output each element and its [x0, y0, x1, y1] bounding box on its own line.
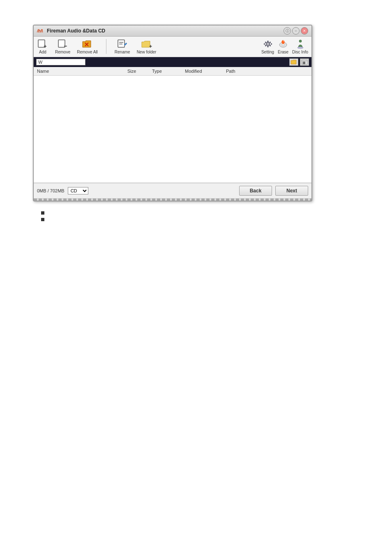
path-icon-folder[interactable] — [289, 58, 298, 66]
svg-rect-14 — [267, 46, 268, 47]
svg-rect-15 — [264, 44, 265, 45]
svg-rect-13 — [267, 41, 268, 42]
rename-button[interactable]: Rename — [115, 39, 130, 54]
storage-info: 0MB / 702MB — [37, 188, 65, 193]
window-title: Fireman Audio &Data CD — [47, 28, 105, 34]
setting-icon — [262, 39, 274, 49]
svg-point-12 — [267, 44, 268, 45]
bullet-list — [33, 210, 359, 223]
content-area: ▦ Name Size Type Modified Path — [34, 57, 311, 183]
remove-button[interactable]: − Remove — [55, 39, 70, 54]
bullet-icon — [41, 211, 44, 215]
svg-point-23 — [299, 40, 302, 42]
erase-icon — [277, 39, 289, 49]
close-button[interactable]: ✕ — [301, 27, 308, 35]
remove-all-button[interactable]: Remove All — [77, 39, 98, 54]
next-button[interactable]: Next — [275, 186, 308, 196]
window-controls: ⓘ − ✕ — [284, 27, 308, 35]
setting-button[interactable]: Setting — [261, 39, 274, 54]
svg-rect-7 — [118, 40, 125, 47]
svg-point-24 — [297, 47, 303, 49]
bottom-bar: 0MB / 702MB CD DVD Back Next — [34, 183, 311, 198]
erase-label: Erase — [278, 50, 288, 54]
svg-text:−: − — [64, 43, 67, 49]
remove-icon: − — [57, 39, 69, 49]
list-item — [41, 216, 359, 223]
remove-all-icon — [82, 39, 93, 49]
bottom-nav: Back Next — [239, 186, 308, 196]
progress-bar-fill — [34, 199, 311, 201]
title-bar: /hl\ Fireman Audio &Data CD ⓘ − ✕ — [34, 25, 311, 37]
erase-button[interactable]: Erase — [277, 39, 289, 54]
new-folder-button[interactable]: + New folder — [137, 39, 157, 54]
back-button[interactable]: Back — [239, 186, 272, 196]
svg-text:+: + — [149, 44, 152, 49]
col-header-type: Type — [150, 68, 183, 74]
disc-info-icon — [295, 39, 306, 49]
title-bar-left: /hl\ Fireman Audio &Data CD — [37, 27, 105, 35]
toolbar-right: Setting Erase — [261, 39, 308, 54]
add-icon: + — [37, 39, 48, 49]
svg-point-22 — [282, 44, 284, 46]
path-bar: ▦ — [34, 57, 311, 67]
new-folder-label: New folder — [137, 50, 157, 54]
rename-label: Rename — [115, 50, 130, 54]
disc-info-label: Disc Info — [292, 50, 308, 54]
svg-text:/hl\: /hl\ — [37, 29, 43, 33]
svg-rect-16 — [271, 44, 272, 45]
path-input[interactable] — [36, 59, 85, 65]
bullet-icon — [41, 218, 44, 221]
disc-info-button[interactable]: Disc Info — [292, 39, 308, 54]
path-icon-view[interactable]: ▦ — [300, 58, 309, 66]
file-list — [34, 76, 311, 183]
path-icons: ▦ — [289, 58, 309, 66]
file-list-header: Name Size Type Modified Path — [34, 67, 311, 76]
info-button[interactable]: ⓘ — [284, 27, 291, 35]
col-header-name: Name — [35, 68, 126, 74]
minimize-button[interactable]: − — [292, 27, 300, 35]
add-button[interactable]: + Add — [37, 39, 48, 54]
remove-label: Remove — [55, 50, 70, 54]
toolbar-sep-1 — [106, 39, 106, 54]
add-label: Add — [39, 50, 46, 54]
app-window: /hl\ Fireman Audio &Data CD ⓘ − ✕ + — [33, 25, 312, 201]
col-header-path: Path — [224, 68, 310, 74]
media-type-select[interactable]: CD DVD — [68, 187, 88, 194]
list-item — [41, 210, 359, 216]
below-content — [0, 201, 392, 231]
rename-icon — [117, 39, 128, 49]
col-header-modified: Modified — [183, 68, 224, 74]
remove-all-label: Remove All — [77, 50, 98, 54]
svg-text:+: + — [44, 43, 47, 49]
col-header-size: Size — [126, 68, 150, 74]
svg-text:▦: ▦ — [302, 61, 306, 65]
progress-bar-container — [34, 198, 311, 201]
new-folder-icon: + — [141, 39, 152, 49]
app-logo-icon: /hl\ — [37, 27, 44, 35]
toolbar: + Add − Remove — [34, 37, 311, 57]
setting-label: Setting — [261, 50, 274, 54]
